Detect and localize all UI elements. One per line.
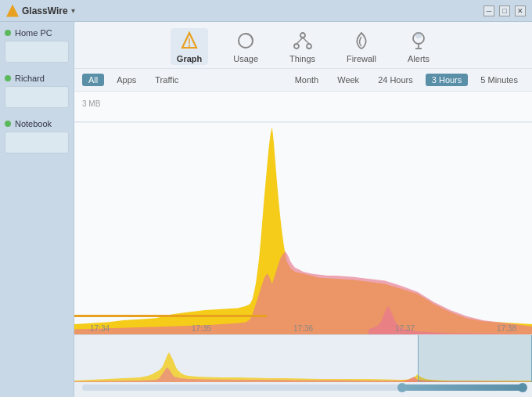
sidebar-box-richard	[5, 86, 69, 108]
sidebar-label-notebook: Notebook	[5, 119, 69, 128]
filter-right: Month Week 24 Hours 3 Hours 5 Minutes	[289, 74, 524, 86]
toolbar-item-alerts[interactable]: Alerts	[401, 28, 436, 65]
time-label-1735: 17:35	[192, 324, 211, 333]
overview-area	[74, 334, 532, 397]
svg-line-7	[297, 38, 303, 44]
filter-all-button[interactable]: All	[82, 74, 104, 86]
main-layout: Home PC Richard Notebook	[0, 22, 532, 397]
content-area: Graph Usage	[74, 22, 532, 397]
scrollbar-track[interactable]	[82, 384, 524, 391]
graph-area: 3 MB 17:34 17:35 17:36 17:37 17	[74, 92, 532, 334]
close-button[interactable]: ✕	[515, 5, 526, 16]
overview-selection-box[interactable]	[418, 335, 532, 382]
toolbar-label-graph: Graph	[177, 54, 202, 63]
maximize-button[interactable]: □	[499, 5, 510, 16]
scrollbar-thumb[interactable]	[401, 384, 524, 391]
toolbar-item-graph[interactable]: Graph	[171, 28, 208, 65]
time-month-button[interactable]: Month	[289, 74, 325, 86]
things-icon	[292, 30, 314, 52]
sidebar-item-home-pc[interactable]: Home PC	[5, 28, 69, 63]
filter-left: All Apps Traffic	[82, 74, 185, 86]
sidebar-text-notebook: Notebook	[15, 119, 52, 128]
sidebar-label-home-pc: Home PC	[5, 28, 69, 38]
time-label-1737: 17:37	[395, 324, 415, 333]
time-3hours-button[interactable]: 3 Hours	[426, 74, 469, 86]
filter-bar: All Apps Traffic Month Week 24 Hours 3 H…	[74, 69, 532, 92]
time-axis-labels: 17:34 17:35 17:36 17:37 17:38	[74, 324, 532, 333]
scrollbar-handle-right[interactable]	[518, 383, 527, 392]
svg-point-4	[300, 33, 305, 38]
svg-point-2	[189, 45, 190, 46]
usage-icon	[235, 30, 257, 52]
title-bar: GlassWire ▾ ─ □ ✕	[0, 0, 532, 22]
title-bar-left: GlassWire ▾	[6, 5, 75, 17]
time-label-1734: 17:34	[90, 324, 110, 333]
alerts-icon	[408, 30, 430, 52]
sidebar-text-richard: Richard	[15, 74, 45, 83]
filter-traffic-button[interactable]: Traffic	[149, 74, 185, 86]
sidebar-text-home-pc: Home PC	[15, 28, 52, 38]
svg-point-5	[294, 44, 299, 49]
status-dot-notebook	[5, 121, 11, 127]
sidebar-item-richard[interactable]: Richard	[5, 74, 69, 108]
sidebar: Home PC Richard Notebook	[0, 22, 74, 397]
glasswire-logo-icon	[6, 5, 19, 17]
title-caret-icon[interactable]: ▾	[71, 6, 75, 15]
toolbar: Graph Usage	[74, 22, 532, 69]
firewall-icon	[350, 30, 372, 52]
toolbar-label-alerts: Alerts	[408, 54, 430, 63]
graph-svg	[74, 92, 532, 334]
window-controls: ─ □ ✕	[483, 5, 526, 16]
time-24hours-button[interactable]: 24 Hours	[372, 74, 419, 86]
toolbar-item-firewall[interactable]: Firewall	[340, 28, 383, 65]
toolbar-label-usage: Usage	[233, 54, 258, 63]
time-week-button[interactable]: Week	[331, 74, 365, 86]
time-label-1738: 17:38	[497, 324, 516, 333]
scrollbar-handle-left[interactable]	[397, 383, 407, 392]
sidebar-label-richard: Richard	[5, 74, 69, 83]
app-title: GlassWire	[22, 5, 68, 16]
svg-line-8	[303, 38, 309, 44]
time-5minutes-button[interactable]: 5 Minutes	[474, 74, 524, 86]
minimize-button[interactable]: ─	[483, 5, 494, 16]
status-dot-home-pc	[5, 30, 11, 36]
toolbar-label-things: Things	[289, 54, 315, 63]
graph-icon	[178, 30, 200, 52]
svg-point-12	[415, 32, 422, 38]
toolbar-label-firewall: Firewall	[347, 54, 376, 63]
filter-apps-button[interactable]: Apps	[110, 74, 142, 86]
status-dot-richard	[5, 75, 11, 81]
timeline-highlight-bar	[74, 315, 267, 317]
sidebar-item-notebook[interactable]: Notebook	[5, 119, 69, 153]
toolbar-item-usage[interactable]: Usage	[227, 28, 264, 65]
toolbar-item-things[interactable]: Things	[283, 28, 322, 65]
sidebar-box-notebook	[5, 132, 69, 153]
sidebar-box-home-pc	[5, 41, 69, 63]
time-label-1736: 17:36	[293, 324, 313, 333]
svg-point-6	[307, 44, 311, 49]
